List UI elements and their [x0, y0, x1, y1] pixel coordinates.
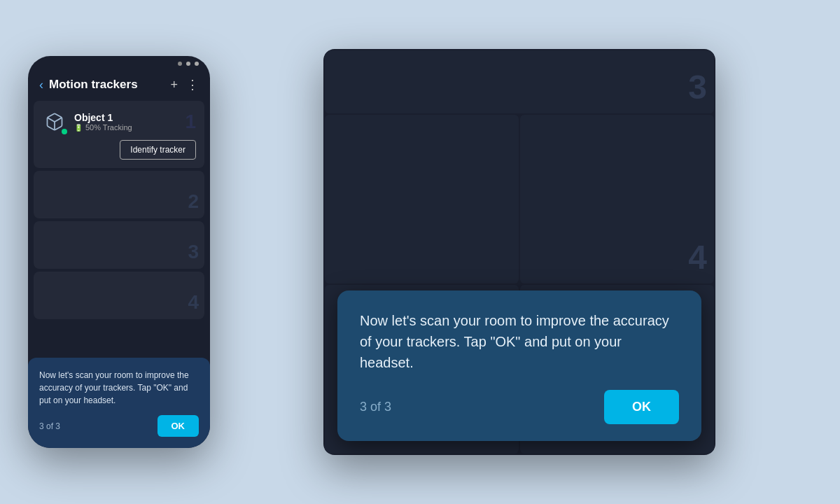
status-dot-1	[178, 62, 182, 66]
phone-dialog-text: Now let's scan your room to improve the …	[39, 369, 199, 407]
status-dot-3	[195, 62, 199, 66]
tracker-battery: 🔋 50% Tracking	[74, 123, 178, 132]
screen-middle-row: 4	[325, 115, 714, 284]
tracker-status-dot	[62, 129, 67, 134]
screen-dialog-text: Now let's scan your room to improve the …	[360, 310, 679, 373]
phone-mockup: ‹ Motion trackers + ⋮	[28, 56, 210, 448]
menu-button[interactable]: ⋮	[186, 77, 199, 92]
scene: ‹ Motion trackers + ⋮	[0, 0, 840, 504]
battery-icon: 🔋	[74, 124, 83, 132]
phone-dialog-step: 3 of 3	[39, 421, 60, 431]
screen-top-row: 3	[325, 50, 714, 113]
screen-dialog-ok-button[interactable]: OK	[604, 390, 679, 424]
phone-dialog-ok-button[interactable]: OK	[158, 415, 200, 437]
tracker-list-item-4[interactable]: 4	[34, 272, 204, 319]
tracker-number-2: 2	[188, 190, 199, 213]
screen-overlay-dialog: Now let's scan your room to improve the …	[337, 290, 701, 441]
phone-content: Object 1 🔋 50% Tracking 1 Identify track…	[28, 101, 210, 448]
phone-screen-title: Motion trackers	[49, 78, 164, 92]
phone-wrapper: ‹ Motion trackers + ⋮	[28, 56, 210, 448]
phone-dialog-footer: 3 of 3 OK	[39, 415, 199, 437]
identify-tracker-button[interactable]: Identify tracker	[120, 140, 196, 160]
screen-number-4: 4	[688, 238, 707, 276]
status-dot-2	[186, 62, 190, 66]
battery-text: 50% Tracking	[85, 123, 132, 132]
tracker-list-item-2[interactable]: 2	[34, 171, 204, 218]
back-button[interactable]: ‹	[39, 78, 43, 92]
tracker-number-4: 4	[188, 291, 199, 314]
phone-header-actions: + ⋮	[170, 77, 199, 92]
tracker-item-expanded: Object 1 🔋 50% Tracking 1 Identify track…	[34, 101, 204, 168]
screen-dialog-step: 3 of 3	[360, 400, 391, 414]
tracker-name: Object 1	[74, 112, 178, 123]
screen-wrapper: 3 4 Now let's scan your room to improve …	[227, 49, 812, 455]
phone-dialog: Now let's scan your room to improve the …	[28, 358, 210, 448]
screen-mockup: 3 4 Now let's scan your room to improve …	[323, 49, 715, 455]
phone-header: ‹ Motion trackers + ⋮	[28, 71, 210, 101]
screen-cell-middle-left	[325, 115, 519, 284]
tracker-info: Object 1 🔋 50% Tracking	[74, 112, 178, 132]
phone-status-bar	[28, 56, 210, 71]
tracker-list-item-3[interactable]: 3	[34, 221, 204, 269]
add-button[interactable]: +	[170, 78, 178, 92]
tracker-number-1: 1	[185, 111, 196, 133]
screen-cell-middle-right: 4	[520, 115, 714, 284]
tracker-item-header: Object 1 🔋 50% Tracking 1	[42, 109, 196, 134]
screen-number-3: 3	[688, 68, 707, 106]
tracker-number-3: 3	[188, 241, 199, 263]
screen-dialog-footer: 3 of 3 OK	[360, 390, 679, 424]
tracker-icon	[42, 109, 67, 134]
